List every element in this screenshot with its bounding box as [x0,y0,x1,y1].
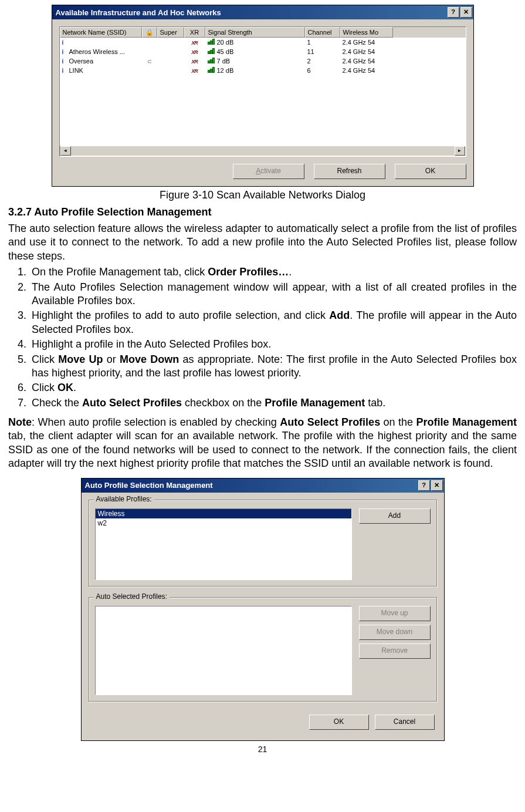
column-xr[interactable]: XR [184,27,205,38]
scroll-left-icon[interactable]: ◂ [60,146,71,156]
available-profiles-listbox[interactable]: Wirelessw2 [95,508,352,580]
list-item[interactable]: Wireless [96,509,351,518]
column-mode[interactable]: Wireless Mo [340,27,393,38]
listview-header: Network Name (SSID) 🔒 Super XR Signal St… [60,27,466,38]
intro-paragraph: The auto selection feature allows the wi… [8,222,517,263]
column-channel[interactable]: Channel [305,27,340,38]
auto-selected-profiles-listbox[interactable] [95,606,352,695]
section-heading: 3.2.7 Auto Profile Selection Management [8,206,517,218]
activate-button[interactable]: Activate [233,164,304,179]
move-up-button[interactable]: Move up [359,606,431,621]
column-ssid[interactable]: Network Name (SSID) [60,27,142,38]
step-3: Highlight the profiles to add to auto pr… [29,309,517,336]
scroll-right-icon[interactable]: ▸ [455,146,465,156]
add-button[interactable]: Add [359,508,431,524]
xr-icon: XR [191,40,198,46]
available-profiles-group: Available Profiles: Wirelessw2 Add [89,500,437,587]
networks-listview[interactable]: Network Name (SSID) 🔒 Super XR Signal St… [59,26,466,157]
signal-bars-icon [208,59,215,63]
signal-bars-icon [208,68,215,73]
remove-button[interactable]: Remove [359,643,431,659]
page-number: 21 [8,744,517,754]
step-4: Highlight a profile in the Auto Selected… [29,338,517,351]
window-title: Available Infrastructure and Ad Hoc Netw… [56,8,446,17]
help-button[interactable]: ? [448,7,459,18]
step-1: On the Profile Management tab, click Ord… [29,265,517,279]
step-5: Click Move Up or Move Down as appropriat… [29,353,517,380]
group-legend: Available Profiles: [94,495,154,503]
column-lock[interactable]: 🔒 [142,27,157,38]
auto-profile-dialog: Auto Profile Selection Management ? ✕ Av… [81,478,445,741]
close-button[interactable]: ✕ [460,7,472,18]
xr-icon: XR [191,49,198,55]
network-icon: i [62,68,68,73]
signal-bars-icon [208,49,215,54]
ok-button[interactable]: OK [395,164,466,179]
network-icon: i [62,39,68,45]
step-7: Check the Auto Select Profiles checkbox … [29,396,517,410]
move-down-button[interactable]: Move down [359,625,431,640]
scan-networks-dialog: Available Infrastructure and Ad Hoc Netw… [52,5,474,187]
table-row[interactable]: iAtheros Wireless ...XR45 dB112.4 GHz 54 [60,47,466,56]
ok-button[interactable]: OK [309,715,369,730]
network-icon: i [62,58,68,64]
table-row[interactable]: iLINKXR12 dB62.4 GHz 54 [60,66,466,75]
network-icon: i [62,49,68,55]
help-button[interactable]: ? [418,480,430,491]
horizontal-scrollbar[interactable]: ◂ ▸ [60,146,466,156]
step-6: Click OK. [29,381,517,395]
titlebar: Auto Profile Selection Management ? ✕ [82,479,444,493]
signal-bars-icon [208,40,215,45]
column-super[interactable]: Super [157,27,184,38]
table-row[interactable]: iOversea⊂XR7 dB22.4 GHz 54 [60,56,466,66]
cancel-button[interactable]: Cancel [375,715,435,730]
xr-icon: XR [191,68,198,74]
lock-icon: ⊂ [147,58,152,65]
figure-caption: Figure 3-10 Scan Available Networks Dial… [8,189,517,201]
refresh-button[interactable]: Refresh [314,164,385,179]
table-row[interactable]: iXR20 dB12.4 GHz 54 [60,38,466,47]
note-paragraph: Note: When auto profile selection is ena… [8,416,517,471]
steps-list: On the Profile Management tab, click Ord… [8,265,517,410]
titlebar: Available Infrastructure and Ad Hoc Netw… [52,5,473,19]
list-item[interactable]: w2 [96,518,351,528]
group-legend: Auto Selected Profiles: [94,592,170,601]
column-signal[interactable]: Signal Strength [205,27,305,38]
xr-icon: XR [191,59,198,65]
step-2: The Auto Profiles Selection management w… [29,281,517,308]
close-button[interactable]: ✕ [431,480,443,491]
window-title: Auto Profile Selection Management [85,481,417,490]
auto-selected-profiles-group: Auto Selected Profiles: Move up Move dow… [89,597,437,702]
